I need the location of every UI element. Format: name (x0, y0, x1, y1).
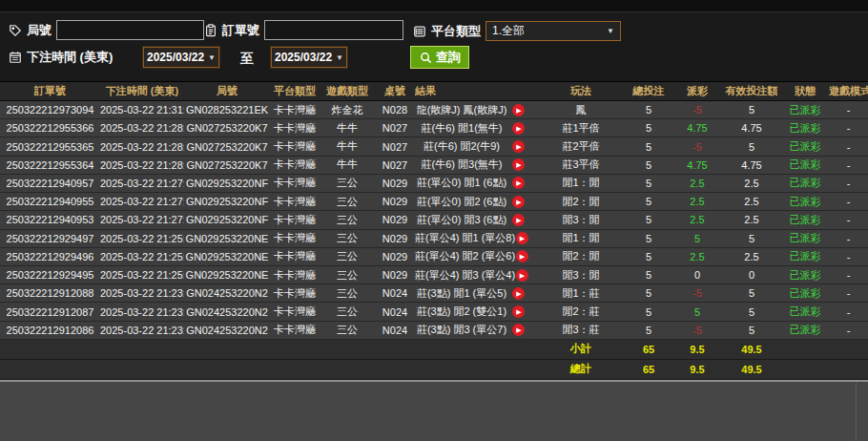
replay-button-wrap: ▶ (508, 287, 537, 300)
valid-bet-cell: 5 (722, 141, 781, 153)
result-text: 莊(3點) 閒2 (雙公1) (415, 304, 508, 319)
valid-bet-cell: 5 (722, 306, 781, 318)
total-payout: 9.5 (672, 364, 722, 375)
status-cell: 已派彩 (781, 121, 829, 136)
play-icon: ▶ (520, 272, 525, 279)
result-text: 莊(單公4) 閒1 (單公8) (415, 231, 515, 245)
mode-cell: - (829, 306, 868, 318)
payout-cell: -5 (672, 141, 722, 153)
replay-button[interactable]: ▶ (512, 177, 525, 189)
play-cell: 閒3：閒 (537, 213, 625, 227)
valid-bet-cell: 4.75 (722, 159, 781, 171)
play-icon: ▶ (516, 199, 521, 205)
total-bet-cell: 5 (625, 251, 672, 262)
play-cell: 閒1：莊 (537, 286, 625, 301)
platform-cell: 卡卡灣廳 (270, 176, 320, 190)
table-no-cell: N024 (375, 287, 415, 299)
game-type-cell: 牛牛 (320, 121, 375, 136)
table-row: 2503222129553642025-03-22 21:28:55GN0272… (0, 157, 868, 175)
date-to-button[interactable]: 2025/03/22 ▼ (271, 47, 347, 68)
table-row: 2503222129409552025-03-22 21:27:12GN0292… (0, 193, 868, 211)
result-cell: 莊(單公4) 閒3 (單公4)▶ (415, 268, 537, 283)
order-no-cell: 250322212929496 (0, 251, 100, 262)
total-bet-cell: 5 (625, 178, 672, 189)
column-header-mode: 遊戲模式 (829, 84, 868, 98)
game-no-cell: GN029253220NE (184, 251, 270, 262)
bet-time-cell: 2025-03-22 21:31:01 (100, 104, 184, 116)
order-no-cell: 250322212940953 (0, 214, 100, 225)
result-text: 莊(單公0) 閒2 (6點) (415, 195, 508, 209)
game-type-cell: 三公 (320, 323, 375, 337)
replay-button[interactable]: ▶ (512, 287, 525, 300)
table-no-cell: N029 (375, 178, 415, 189)
table-row: 2503222129120862025-03-22 21:23:56GN0242… (0, 322, 868, 340)
order-no-label: 訂單號 (222, 22, 259, 39)
result-text: 莊(牛6) 閒1(無牛) (415, 121, 508, 136)
replay-button-wrap: ▶ (508, 158, 537, 171)
replay-button[interactable]: ▶ (512, 196, 525, 208)
replay-button[interactable]: ▶ (516, 269, 528, 282)
payout-cell: 4.75 (672, 122, 722, 134)
date-from-value: 2025/03/22 (147, 51, 204, 64)
status-cell: 已派彩 (781, 249, 829, 263)
replay-button[interactable]: ▶ (516, 250, 528, 262)
table-row: 2503222129553662025-03-22 21:28:55GN0272… (0, 119, 868, 137)
order-no-cell: 250322212912088 (0, 287, 100, 299)
replay-button[interactable]: ▶ (512, 324, 525, 336)
game-type-cell: 牛牛 (320, 139, 375, 154)
play-cell: 閒2：閒 (537, 195, 625, 209)
replay-button-wrap: ▶ (515, 250, 537, 262)
table-no-cell: N029 (375, 233, 415, 244)
status-cell: 已派彩 (781, 195, 829, 209)
replay-button[interactable]: ▶ (516, 232, 528, 244)
payout-cell: 5 (672, 233, 722, 244)
list-icon (412, 24, 426, 38)
platform-cell: 卡卡灣廳 (270, 323, 320, 337)
replay-button[interactable]: ▶ (512, 122, 525, 135)
date-from-button[interactable]: 2025/03/22 ▼ (143, 47, 219, 68)
status-cell: 已派彩 (781, 323, 829, 337)
date-to-separator: 至 (240, 51, 254, 68)
search-button[interactable]: 查詢 (410, 46, 469, 69)
bet-time-cell: 2025-03-22 21:25:54 (100, 251, 184, 262)
platform-cell: 卡卡灣廳 (270, 268, 320, 283)
play-icon: ▶ (516, 107, 521, 114)
result-cell: 莊(單公0) 閒3 (6點)▶ (415, 213, 537, 227)
play-cell: 閒3：閒 (537, 268, 625, 283)
result-cell: 莊(單公4) 閒1 (單公8)▶ (415, 231, 537, 245)
order-no-input[interactable] (264, 20, 403, 40)
payout-cell: -5 (672, 287, 722, 299)
column-header-play: 玩法 (537, 84, 625, 98)
game-type-cell: 三公 (320, 213, 375, 227)
result-text: 莊(牛6) 閒3(無牛) (415, 158, 508, 172)
bet-time-cell: 2025-03-22 21:28:55 (100, 159, 184, 171)
bet-time-cell: 2025-03-22 21:23:56 (100, 306, 184, 318)
game-type-cell: 炸金花 (320, 103, 375, 117)
play-icon: ▶ (516, 125, 521, 132)
betting-records-page: { "filters": { "game_no_label": "局號", "o… (0, 0, 868, 441)
total-label: 總計 (537, 362, 625, 376)
platform-type-select[interactable]: 1.全部 ▼ (486, 21, 621, 41)
column-header-order_no: 訂單號 (0, 84, 100, 98)
platform-cell: 卡卡灣廳 (270, 304, 320, 319)
valid-bet-cell: 5 (722, 233, 781, 244)
game-no-label: 局號 (27, 22, 52, 39)
column-header-status: 狀態 (781, 84, 829, 98)
replay-button[interactable]: ▶ (512, 104, 525, 116)
result-text: 莊(單公0) 閒3 (6點) (415, 213, 508, 227)
payout-cell: 2.5 (672, 251, 722, 262)
date-to-value: 2025/03/22 (275, 51, 332, 64)
replay-button[interactable]: ▶ (512, 158, 525, 171)
filter-bar: 局號 訂單號 平台類型 1.全部 ▼ (0, 13, 868, 81)
replay-button[interactable]: ▶ (512, 214, 525, 226)
replay-button[interactable]: ▶ (512, 140, 525, 153)
replay-button-wrap: ▶ (508, 104, 537, 116)
replay-button[interactable]: ▶ (512, 305, 525, 318)
table-row: 2503222129120882025-03-22 21:23:56GN0242… (0, 284, 868, 303)
clipboard-icon (203, 23, 217, 37)
table-no-cell: N029 (375, 214, 415, 225)
valid-bet-cell: 5 (722, 287, 781, 299)
game-type-cell: 三公 (320, 231, 375, 245)
game-no-cell: GN029253220NF (184, 214, 270, 225)
game-no-input[interactable] (56, 20, 204, 40)
